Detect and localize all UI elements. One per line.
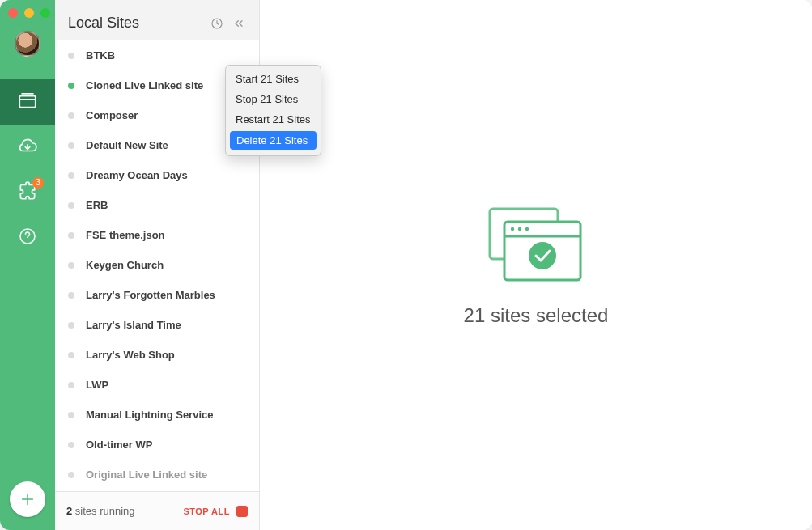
stop-all-icon[interactable] [236,506,248,517]
site-item-label: Composer [86,109,138,121]
svg-point-15 [529,242,556,269]
site-item-label: BTKB [86,49,115,61]
site-item-label: FSE theme.json [86,229,165,241]
site-item[interactable]: Larry's Forgotten Marbles [55,280,259,310]
svg-point-14 [525,227,529,230]
zoom-window-button[interactable] [40,8,50,18]
sites-selected-text: 21 sites selected [464,304,609,327]
site-item[interactable]: Dreamy Ocean Days [55,160,259,190]
site-item[interactable]: Manual Lightning Service [55,400,259,430]
site-status-dot [68,472,74,478]
site-status-dot [68,352,74,358]
main-panel: 21 sites selected [260,0,812,530]
site-item[interactable]: Original Live Linked site [55,460,259,490]
svg-point-5 [27,240,28,240]
site-item-label: Cloned Live Linked site [86,79,203,91]
sidebar-title: Local Sites [68,15,202,32]
site-status-dot [68,412,74,418]
site-status-dot [68,53,74,59]
svg-point-12 [511,227,514,230]
user-avatar[interactable] [15,31,40,57]
site-item-label: ERB [86,199,108,211]
site-status-dot [68,442,74,448]
recent-icon[interactable] [210,17,223,30]
nav-sites[interactable] [0,79,55,125]
window-controls [8,8,50,18]
context-menu-item[interactable]: Start 21 Sites [226,69,321,89]
context-menu-item[interactable]: Delete 21 Sites [230,131,317,150]
site-status-dot [68,112,74,119]
context-menu: Start 21 SitesStop 21 SitesRestart 21 Si… [225,65,321,156]
site-status-dot [68,262,74,269]
nav-help[interactable] [0,215,55,261]
site-status-dot [68,322,74,329]
running-count-label: sites running [72,505,134,517]
nav-extensions[interactable]: 3 [0,170,55,215]
site-item[interactable]: FSE theme.json [55,220,259,250]
site-item-label: Larry's Web Shop [86,349,175,361]
site-item[interactable]: Larry's Island Time [55,310,259,340]
site-status-dot [68,292,74,299]
site-status-dot [68,142,74,149]
site-item-label: Manual Lightning Service [86,409,213,421]
close-window-button[interactable] [8,8,18,18]
site-status-dot [68,83,74,89]
extensions-badge: 3 [32,177,44,189]
site-item[interactable]: ERB [55,190,259,220]
help-icon [18,227,37,249]
site-item-label: Larry's Forgotten Marbles [86,289,215,301]
site-item[interactable]: Larry's Web Shop [55,340,259,370]
site-status-dot [68,232,74,239]
cloud-download-icon [17,135,38,159]
running-count: 2 sites running [66,505,135,517]
site-item-label: Keygen Church [86,259,164,271]
left-nav: 3 [0,0,55,530]
site-item-label: Dreamy Ocean Days [86,169,188,181]
site-item[interactable]: LWP [55,370,259,400]
site-item[interactable]: Old-timer WP [55,430,259,460]
plus-icon [19,490,36,508]
svg-point-13 [518,227,521,230]
site-status-dot [68,172,74,179]
collapse-sidebar-icon[interactable] [232,17,246,30]
site-item-label: LWP [86,379,108,391]
add-site-button[interactable] [10,481,45,517]
site-item-label: Larry's Island Time [86,319,181,331]
sidebar-header: Local Sites [55,0,259,40]
site-status-dot [68,202,74,209]
site-status-dot [68,382,74,388]
stop-all-button[interactable]: STOP ALL [183,507,230,516]
svg-rect-0 [19,96,36,108]
sites-selected-illustration [483,204,589,288]
app-window: 3 Local Sites [0,0,812,530]
context-menu-item[interactable]: Restart 21 Sites [226,109,321,129]
site-item-label: Default New Site [86,139,168,151]
browser-stack-icon [17,90,38,114]
sidebar-footer: 2 sites running STOP ALL [55,491,259,530]
minimize-window-button[interactable] [24,8,34,18]
site-item[interactable]: Keygen Church [55,250,259,280]
site-item-label: Old-timer WP [86,439,152,451]
site-item-label: Original Live Linked site [86,469,207,481]
context-menu-item[interactable]: Stop 21 Sites [226,89,321,109]
nav-cloud[interactable] [0,125,55,170]
